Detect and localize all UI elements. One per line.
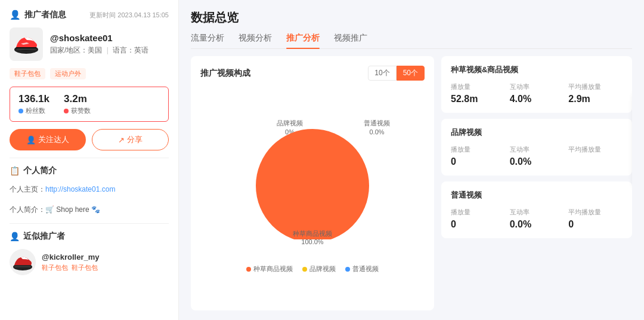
shop-icon: 🛒 [45, 205, 54, 214]
update-time: 更新时间 2023.04.13 15:05 [89, 11, 169, 20]
card-seed-title: 种草视频&商品视频 [451, 64, 623, 75]
tab-video-promo[interactable]: 视频推广 [334, 33, 367, 48]
follow-button[interactable]: 👤 关注达人 [10, 129, 86, 150]
chart-btn-group: 10个 50个 [368, 66, 425, 81]
follow-icon: 👤 [26, 136, 36, 144]
pie-legend: 种草商品视频 品牌视频 普通视频 [246, 264, 379, 273]
action-row: 👤 关注达人 ↗ 分享 [10, 129, 169, 150]
card-brand-title: 品牌视频 [451, 127, 623, 138]
tabs-row: 流量分析 视频分析 推广分析 视频推广 [191, 33, 632, 49]
followers-dot [18, 109, 23, 113]
normal-avg-cell: 平均播放量 0 [568, 208, 623, 230]
legend-brand: 品牌视频 [302, 264, 336, 273]
share-icon: ↗ [118, 136, 125, 144]
panel-title-text: 推广者信息 [24, 10, 66, 20]
seed-engage-label: 互动率 [510, 82, 564, 91]
card-normal: 普通视频 播放量 0 互动率 0.0% 平均播放量 0 [441, 181, 632, 238]
normal-avg-label: 平均播放量 [568, 208, 623, 217]
tag-sports[interactable]: 运动户外 [50, 68, 86, 79]
legend-normal: 普通视频 [345, 264, 379, 273]
seed-play-value: 52.8m [451, 94, 505, 104]
card-brand-grid: 播放量 0 互动率 0.0% 平均播放量 [451, 145, 623, 167]
brand-avg-label: 平均播放量 [568, 145, 623, 154]
right-panel: 数据总览 流量分析 视频分析 推广分析 视频推广 推广视频构成 10个 50个 … [179, 0, 644, 320]
similar-tag-2[interactable]: 鞋子包包 [72, 263, 98, 272]
similar-user-info: @kickroller_my 鞋子包包 鞋子包包 [42, 253, 100, 272]
chart-btn-50[interactable]: 50个 [397, 66, 425, 81]
chart-header: 推广视频构成 10个 50个 [200, 66, 425, 81]
brand-engage-cell: 互动率 0.0% [510, 145, 564, 167]
seed-play-cell: 播放量 52.8m [451, 82, 505, 104]
brand-engage-value: 0.0% [510, 156, 564, 167]
bio-title-text: 个人简介 [23, 165, 57, 176]
likes-dot [64, 109, 69, 113]
avatar [10, 27, 43, 61]
profile-row: @shoskatee01 国家/地区：美国 | 语言：英语 [10, 27, 169, 61]
normal-engage-label: 互动率 [510, 208, 564, 217]
avatar-image [10, 28, 42, 60]
bio-section-title: 📋 个人简介 [10, 165, 169, 176]
card-normal-title: 普通视频 [451, 190, 623, 201]
normal-engage-value: 0.0% [510, 219, 564, 230]
stats-panel: 种草视频&商品视频 播放量 52.8m 互动率 4.0% 平均播放量 2.9m [441, 56, 632, 310]
followers-label-text: 粉丝数 [26, 106, 45, 115]
similar-avatar [10, 249, 36, 275]
bio-icon: 📋 [10, 166, 20, 176]
similar-section-title: 👤 近似推广者 [10, 231, 169, 242]
bio-shop-line: 个人简介：🛒 Shop here 🐾 [10, 204, 169, 217]
legend-dot-seed [246, 267, 251, 272]
brand-play-cell: 播放量 0 [451, 145, 505, 167]
share-button[interactable]: ↗ 分享 [92, 129, 169, 150]
tab-video[interactable]: 视频分析 [239, 33, 272, 48]
pie-chart-svg [223, 120, 402, 239]
tab-traffic[interactable]: 流量分析 [191, 33, 224, 48]
language-text: 语言：英语 [113, 46, 148, 54]
normal-play-label: 播放量 [451, 208, 505, 217]
pie-wrapper: 品牌视频0% 普通视频0.0% 种草商品视频100.0% 种草 [200, 87, 425, 301]
similar-user-row: @kickroller_my 鞋子包包 鞋子包包 [10, 249, 169, 275]
user-outline-icon: 👤 [10, 10, 21, 20]
followers-label: 粉丝数 [18, 106, 49, 115]
card-brand: 品牌视频 播放量 0 互动率 0.0% 平均播放量 [441, 119, 632, 176]
panel-title: 👤 推广者信息 [10, 10, 66, 20]
svg-rect-2 [16, 48, 36, 50]
brand-play-label: 播放量 [451, 145, 505, 154]
share-label: 分享 [127, 134, 143, 145]
normal-play-cell: 播放量 0 [451, 208, 505, 230]
similar-icon: 👤 [10, 232, 20, 241]
pie-label-seed: 种草商品视频100.0% [293, 229, 332, 245]
paw-icon: 🐾 [91, 205, 100, 214]
card-seed-grid: 播放量 52.8m 互动率 4.0% 平均播放量 2.9m [451, 82, 623, 104]
bio-home-link[interactable]: http://shoskate01.com [45, 185, 115, 193]
brand-play-value: 0 [451, 156, 505, 167]
svg-rect-5 [14, 266, 31, 267]
similar-avatar-image [10, 249, 36, 275]
legend-dot-brand [302, 267, 307, 272]
legend-seed: 种草商品视频 [246, 264, 293, 273]
legend-dot-normal [345, 267, 350, 272]
tag-shoes[interactable]: 鞋子包包 [10, 68, 45, 79]
seed-engage-value: 4.0% [510, 94, 564, 104]
likes-stat: 3.2m 获赞数 [64, 93, 91, 115]
stats-box: 136.1k 粉丝数 3.2m 获赞数 [10, 87, 169, 122]
seed-avg-value: 2.9m [568, 94, 623, 104]
left-panel: 👤 推广者信息 更新时间 2023.04.13 15:05 @shoskatee… [0, 0, 179, 320]
seed-avg-label: 平均播放量 [568, 82, 623, 91]
tags-row: 鞋子包包 运动户外 [10, 68, 169, 79]
chart-btn-10[interactable]: 10个 [368, 66, 396, 81]
tab-promo[interactable]: 推广分析 [286, 33, 320, 48]
panel-header: 👤 推广者信息 更新时间 2023.04.13 15:05 [10, 10, 169, 20]
profile-meta: 国家/地区：美国 | 语言：英语 [50, 45, 148, 56]
legend-label-normal: 普通视频 [352, 264, 379, 273]
seed-engage-cell: 互动率 4.0% [510, 82, 564, 104]
main-title: 数据总览 [191, 10, 632, 26]
brand-avg-cell: 平均播放量 [568, 145, 623, 167]
similar-title-text: 近似推广者 [23, 231, 65, 242]
bio-home-line: 个人主页：http://shoskate01.com [10, 183, 169, 196]
seed-play-label: 播放量 [451, 82, 505, 91]
chart-section: 推广视频构成 10个 50个 品牌视频0% 普通视频0.0% [191, 56, 434, 310]
svg-point-6 [256, 129, 369, 239]
similar-tag-1[interactable]: 鞋子包包 [42, 263, 68, 272]
card-normal-grid: 播放量 0 互动率 0.0% 平均播放量 0 [451, 208, 623, 230]
follow-label: 关注达人 [38, 134, 69, 145]
